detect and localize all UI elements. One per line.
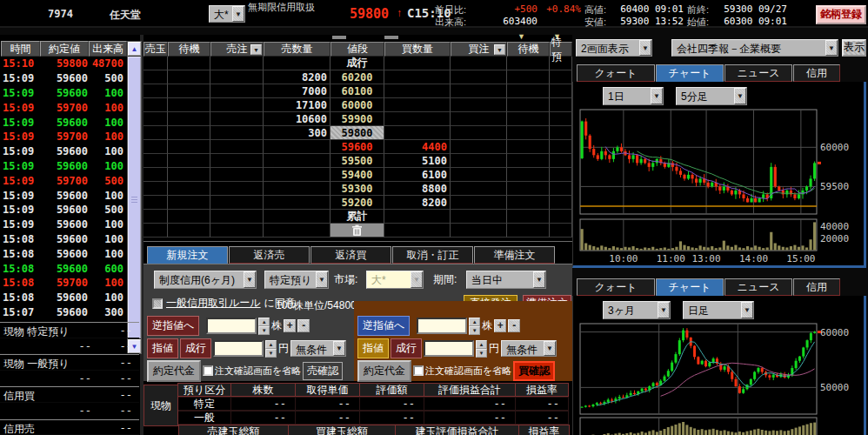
cell-price[interactable]: 累計 bbox=[331, 210, 384, 224]
cell-buy-order[interactable] bbox=[451, 126, 507, 140]
buy-plus-button[interactable]: + bbox=[494, 319, 506, 332]
cell-buy-order[interactable] bbox=[451, 84, 507, 98]
cell-sell-order[interactable] bbox=[210, 57, 264, 70]
cell-price[interactable]: 59600 bbox=[331, 140, 384, 154]
dropdown-arrow-icon[interactable]: ▼ bbox=[232, 6, 244, 22]
dropdown-arrow-icon[interactable]: ▼ bbox=[533, 271, 545, 288]
buy-market-button[interactable]: 成行 bbox=[391, 338, 422, 358]
cell-buy-qty[interactable]: 4400 bbox=[384, 140, 451, 154]
cell-sell-qty[interactable] bbox=[264, 168, 331, 182]
sell-market-button[interactable]: 成行 bbox=[180, 338, 211, 358]
cell-sell-qty[interactable] bbox=[264, 210, 331, 224]
cell-buy-qty[interactable]: 8800 bbox=[384, 182, 451, 196]
dropdown-arrow-icon[interactable]: ▼ bbox=[639, 40, 651, 56]
sell-skip-confirm-checkbox[interactable] bbox=[203, 365, 213, 376]
dropdown-arrow-icon[interactable]: ▼ bbox=[825, 40, 838, 56]
cell-sell-order[interactable] bbox=[210, 112, 264, 126]
chart2-tab-1[interactable]: チャート bbox=[656, 278, 724, 296]
cell-sell-order[interactable] bbox=[210, 182, 264, 196]
company-info-select[interactable]: 会社四季報－企業概要 ▼ bbox=[671, 39, 838, 57]
cell-buy-qty[interactable]: 5100 bbox=[384, 154, 451, 168]
cell-sell-qty[interactable] bbox=[264, 57, 331, 70]
sell-condition-select[interactable]: 無条件 ▼ bbox=[290, 340, 346, 357]
show-button[interactable]: 表示 bbox=[842, 39, 866, 57]
buy-stop-button[interactable]: 逆指値へ bbox=[357, 316, 410, 336]
cell-buy-qty[interactable] bbox=[384, 84, 451, 98]
buy-qty-input[interactable] bbox=[417, 318, 467, 334]
cell-buy-qty[interactable] bbox=[384, 70, 451, 84]
cell-sell-qty[interactable]: 7000 bbox=[264, 84, 331, 98]
cell-sell-qty[interactable] bbox=[264, 140, 331, 154]
buy-minus-button[interactable]: - bbox=[508, 319, 520, 332]
buy-condition-select[interactable]: 無条件 ▼ bbox=[501, 340, 557, 357]
cell-sell-qty[interactable] bbox=[264, 154, 331, 168]
cell-price[interactable]: 成行 bbox=[331, 57, 384, 70]
cell-buy-order[interactable] bbox=[451, 168, 507, 182]
cell-buy-order[interactable] bbox=[451, 196, 507, 210]
cell-buy-order[interactable] bbox=[451, 140, 507, 154]
chart2-range-select[interactable]: 3ヶ月 ▼ bbox=[603, 301, 671, 319]
cell-sell-qty[interactable] bbox=[264, 196, 331, 210]
scroll-up-icon[interactable]: ▲ bbox=[128, 42, 141, 56]
cell-sell-order[interactable] bbox=[210, 196, 264, 210]
cell-buy-qty[interactable] bbox=[384, 98, 451, 112]
chart1-tab-2[interactable]: ニュース bbox=[724, 64, 792, 82]
dropdown-arrow-icon[interactable]: ▼ bbox=[316, 271, 328, 288]
dropdown-arrow-icon[interactable]: ▼ bbox=[333, 341, 345, 356]
deposit-type-select[interactable]: 特定預り ▼ bbox=[264, 271, 329, 289]
dropdown-arrow-icon[interactable]: ▼ bbox=[734, 88, 746, 104]
chart2-interval-select[interactable]: 日足 ▼ bbox=[683, 301, 754, 319]
cell-sell-qty[interactable]: 17100 bbox=[264, 98, 331, 112]
sell-stop-button[interactable]: 逆指値へ bbox=[147, 316, 199, 336]
cell-buy-order[interactable] bbox=[451, 70, 507, 84]
cell-buy-qty[interactable]: 6100 bbox=[384, 168, 451, 182]
cell-price[interactable]: 59200 bbox=[331, 196, 384, 210]
sell-plus-button[interactable]: + bbox=[284, 319, 296, 332]
buy-price-input[interactable] bbox=[424, 340, 474, 357]
cell-buy-order[interactable] bbox=[451, 112, 507, 126]
cell-price[interactable]: 60000 bbox=[331, 98, 384, 112]
order-tab-2[interactable]: 返済買 bbox=[310, 246, 391, 264]
cell-price[interactable]: 59900 bbox=[331, 112, 384, 126]
cell-sell-qty[interactable]: 8200 bbox=[264, 70, 331, 84]
cell-sell-qty[interactable]: 10600 bbox=[264, 112, 331, 126]
period-select[interactable]: 当日中 ▼ bbox=[466, 271, 546, 289]
board-trash-button[interactable] bbox=[331, 224, 384, 238]
order-tab-1[interactable]: 返済売 bbox=[229, 246, 310, 264]
cell-buy-order[interactable] bbox=[451, 154, 507, 168]
dropdown-arrow-icon[interactable]: ▼ bbox=[658, 302, 670, 318]
cell-buy-order[interactable] bbox=[451, 210, 507, 224]
cell-buy-qty[interactable] bbox=[384, 57, 451, 70]
market-selector[interactable]: 大* ▼ bbox=[209, 5, 245, 23]
chart1-interval-select[interactable]: 5分足 ▼ bbox=[676, 87, 747, 105]
sell-price-input[interactable] bbox=[213, 340, 264, 357]
order-tab-4[interactable]: 準備注文 bbox=[474, 246, 555, 264]
sell-exec-amount-button[interactable]: 約定代金 bbox=[147, 360, 201, 382]
cell-price[interactable]: 60100 bbox=[331, 84, 384, 98]
cell-buy-order[interactable] bbox=[451, 98, 507, 112]
sell-confirm-button[interactable]: 売確認 bbox=[303, 362, 343, 380]
cell-sell-order[interactable] bbox=[210, 98, 264, 112]
cell-buy-qty[interactable] bbox=[384, 112, 451, 126]
cell-sell-order[interactable] bbox=[210, 70, 264, 84]
chart1-tab-0[interactable]: クォート bbox=[577, 64, 655, 82]
sell-qty-input[interactable] bbox=[206, 318, 257, 334]
sell-price-spinner[interactable]: ▲▼ bbox=[265, 340, 277, 357]
chart1-tab-3[interactable]: 信用 bbox=[793, 64, 840, 82]
buy-confirm-button[interactable]: 買確認 bbox=[513, 361, 555, 381]
sell-minus-button[interactable]: - bbox=[297, 319, 310, 332]
cell-sell-qty[interactable]: 300 bbox=[264, 126, 331, 140]
cell-sell-order[interactable] bbox=[210, 140, 264, 154]
credit-type-select[interactable]: 制度信用(6ヶ月) ▼ bbox=[154, 271, 257, 289]
cell-sell-order[interactable] bbox=[210, 84, 264, 98]
dropdown-arrow-icon[interactable]: ▼ bbox=[250, 44, 262, 55]
cell-price[interactable]: 59300 bbox=[331, 182, 384, 196]
cell-price[interactable]: 59400 bbox=[331, 168, 384, 182]
cell-buy-order[interactable] bbox=[451, 57, 507, 70]
dropdown-arrow-icon[interactable]: ▼ bbox=[494, 44, 505, 55]
order-tab-0[interactable]: 新規注文 bbox=[147, 246, 228, 264]
cell-sell-order[interactable] bbox=[210, 168, 264, 182]
dropdown-arrow-icon[interactable]: ▼ bbox=[244, 271, 256, 288]
buy-exec-amount-button[interactable]: 約定代金 bbox=[357, 360, 411, 382]
cell-sell-qty[interactable] bbox=[264, 224, 331, 238]
